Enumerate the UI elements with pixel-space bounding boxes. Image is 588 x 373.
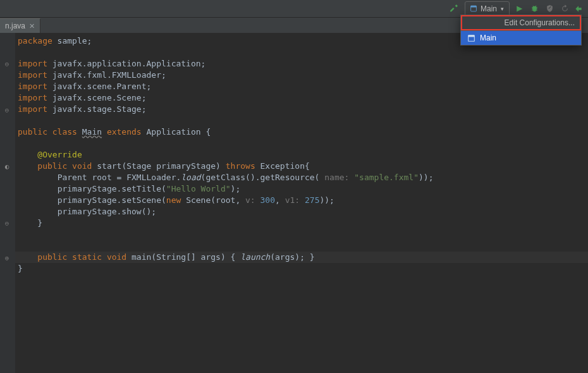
code-editor[interactable]: package sample; import javafx.applicatio… <box>15 33 588 373</box>
fold-icon[interactable]: ⊖ <box>3 106 11 114</box>
svg-rect-3 <box>468 35 474 37</box>
close-icon[interactable]: ✕ <box>29 22 35 30</box>
build-icon[interactable] <box>450 3 458 14</box>
fold-icon[interactable]: ⊖ <box>3 219 11 228</box>
fold-icon[interactable]: ⊖ <box>3 59 11 68</box>
application-icon <box>470 6 477 12</box>
profiler-button[interactable] <box>559 4 570 13</box>
coverage-button[interactable] <box>544 4 555 13</box>
run-config-dropdown: Edit Configurations... Main <box>460 15 582 46</box>
debug-button[interactable] <box>529 4 540 13</box>
svg-rect-1 <box>471 6 477 8</box>
edit-configurations-item[interactable]: Edit Configurations... <box>461 15 581 30</box>
editor-gutter: ⊖ ⊖ ◐ ⊖ ⊕ <box>0 33 16 373</box>
config-item-main[interactable]: Main <box>461 31 581 45</box>
config-item-label: Main <box>480 34 496 42</box>
run-button[interactable] <box>513 5 525 13</box>
editor-tab[interactable]: n.java ✕ <box>0 18 40 33</box>
chevron-down-icon: ▾ <box>501 6 504 12</box>
run-config-label: Main <box>481 4 497 13</box>
editor-tab-label: n.java <box>5 21 25 30</box>
application-icon <box>467 34 475 42</box>
source-code: package sample; import javafx.applicatio… <box>15 33 588 274</box>
fold-icon[interactable]: ⊕ <box>3 254 11 262</box>
override-icon[interactable]: ◐ <box>3 162 11 171</box>
stop-button[interactable] <box>573 4 584 13</box>
run-config-selector[interactable]: Main ▾ <box>465 1 510 16</box>
edit-configurations-label: Edit Configurations... <box>505 18 575 27</box>
